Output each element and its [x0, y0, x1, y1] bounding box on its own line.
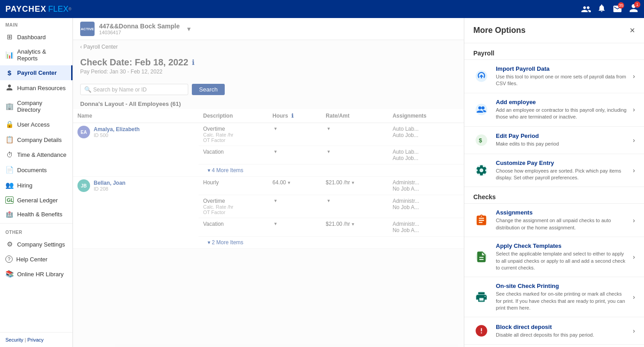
employee-dropdown-arrow[interactable]: ▼: [186, 26, 192, 32]
customize-pay-entry-item[interactable]: Customize Pay Entry Choose how employees…: [464, 154, 644, 187]
sidebar-divider: [0, 223, 73, 224]
emp2-row3-assign: Administr... No Job A...: [388, 218, 464, 237]
privacy-link[interactable]: Privacy: [27, 337, 44, 342]
emp1-row1-rate: ▾: [321, 123, 388, 146]
import-payroll-chevron: ›: [633, 73, 635, 80]
apply-check-templates-item[interactable]: Apply Check Templates Select the applica…: [464, 237, 644, 277]
security-link[interactable]: Security: [5, 337, 23, 342]
emp1-row1-assign: Auto Lab... Auto Job...: [388, 123, 464, 146]
emp2-row1-desc: Hourly: [199, 177, 268, 195]
emp2-row1-rate: $21.00 /hr ▾: [321, 177, 388, 195]
emp1-name-link[interactable]: Amalya, Elizabeth: [94, 126, 140, 132]
hours-dropdown[interactable]: ▾: [274, 221, 277, 227]
sidebar-item-company-dir[interactable]: 🏢 Company Directory: [0, 96, 73, 117]
logo-flex: FLEX: [48, 5, 68, 14]
company-dir-icon: 🏢: [5, 102, 14, 110]
assignments-title: Assignments: [496, 209, 626, 216]
main-content: ACTIVE 447&&Donna Bock Sample 14036417 ▼…: [73, 18, 464, 347]
sidebar-item-hr[interactable]: Human Resources: [0, 80, 73, 96]
svg-point-1: [476, 104, 487, 115]
assignments-desc: Change the assignment on all unpaid chec…: [496, 217, 626, 231]
sidebar-item-payroll[interactable]: $ Payroll Center: [0, 65, 73, 80]
info-icon[interactable]: ℹ: [192, 58, 195, 67]
assignments-icon: [473, 212, 490, 228]
health-icon: 🏥: [5, 211, 14, 218]
emp2-name-link[interactable]: Bellan, Joan: [94, 180, 126, 186]
sidebar-item-hiring[interactable]: 👥 Hiring: [0, 178, 73, 193]
employees-table: Name Description Hours ℹ Rate/Amt Assign…: [73, 109, 464, 249]
emp2-row2-desc: Overtime Calc. Rate /hr OT Factor: [199, 195, 268, 218]
sidebar-item-analytics[interactable]: 📊 Analytics & Reports: [0, 45, 73, 65]
emp1-more-items[interactable]: ▾ 4 More Items: [199, 164, 464, 177]
rate-dropdown[interactable]: ▾: [352, 180, 354, 186]
layout-label: Donna's Layout - All Employees (61): [80, 100, 181, 107]
add-employee-item[interactable]: Add employee Add an employee or contract…: [464, 93, 644, 127]
pay-period-label: Pay Period: Jan 30 - Feb 12, 2022: [80, 68, 457, 75]
breadcrumb[interactable]: ‹ Payroll Center: [73, 40, 464, 54]
hours-dropdown[interactable]: ▾: [274, 126, 277, 132]
svg-text:$: $: [479, 137, 482, 143]
edit-pay-period-icon: $: [473, 132, 490, 148]
edit-pay-period-item[interactable]: $ Edit Pay Period Make edits to this pay…: [464, 127, 644, 154]
people-icon[interactable]: [581, 4, 591, 14]
onsite-check-printing-item[interactable]: On-site Check Printing See checks marked…: [464, 277, 644, 317]
employee-avatar: ACTIVE: [80, 22, 95, 36]
sidebar-item-dashboard[interactable]: ⊞ Dashboard: [0, 29, 73, 45]
table-header-row: Donna's Layout - All Employees (61): [73, 99, 464, 109]
emp2-more-items[interactable]: ▾ 2 More Items: [199, 237, 464, 249]
sidebar-item-time[interactable]: ⏱ Time & Attendance: [0, 147, 73, 162]
search-button[interactable]: Search: [192, 84, 225, 95]
emp2-row3-desc: Vacation: [199, 218, 268, 237]
emp2-row1-assign: Administr... No Job A...: [388, 177, 464, 195]
col-assignments: Assignments: [388, 109, 464, 123]
delete-checks-item[interactable]: Delete checks and imported pay data Choo…: [464, 345, 644, 347]
assignments-item[interactable]: Assignments Change the assignment on all…: [464, 204, 644, 237]
block-direct-deposit-item[interactable]: Block direct deposit Disable all direct …: [464, 317, 644, 345]
rate-dropdown[interactable]: ▾: [327, 198, 330, 204]
notification-icon[interactable]: [597, 4, 606, 15]
panel-section-checks: Checks: [464, 187, 644, 204]
hours-dropdown[interactable]: ▾: [274, 198, 277, 204]
gl-icon: GL: [5, 196, 14, 204]
sidebar-item-help[interactable]: ? Help Center: [0, 252, 73, 266]
sidebar-item-label: Analytics & Reports: [17, 48, 67, 62]
sidebar-item-user-access[interactable]: 🔒 User Access: [0, 117, 73, 132]
user-avatar-icon[interactable]: 1: [629, 3, 639, 15]
employee-header: ACTIVE 447&&Donna Bock Sample 14036417 ▼: [73, 18, 464, 40]
assignments-chevron: ›: [633, 217, 635, 224]
customize-pay-desc: Choose how employees are sorted. Pick wh…: [496, 168, 626, 182]
sidebar-item-online-hr[interactable]: 📚 Online HR Library: [0, 266, 73, 282]
sidebar-item-company-details[interactable]: 📋 Company Details: [0, 132, 73, 147]
search-input[interactable]: [93, 87, 184, 93]
mail-icon[interactable]: 35: [612, 4, 622, 14]
col-rate: Rate/Amt: [321, 109, 388, 123]
onsite-check-content: On-site Check Printing See checks marked…: [496, 283, 626, 311]
hours-info-icon[interactable]: ℹ: [291, 113, 294, 119]
table-header: Name Description Hours ℹ Rate/Amt Assign…: [73, 109, 464, 123]
sidebar: MAIN ⊞ Dashboard 📊 Analytics & Reports $…: [0, 18, 73, 347]
customize-pay-content: Customize Pay Entry Choose how employees…: [496, 160, 626, 182]
sidebar-item-gl[interactable]: GL General Ledger: [0, 193, 73, 207]
rate-dropdown[interactable]: ▾: [352, 221, 354, 227]
import-payroll-item[interactable]: Import Payroll Data Use this tool to imp…: [464, 60, 644, 93]
sidebar-item-label: Hiring: [17, 182, 32, 189]
hours-dropdown[interactable]: ▾: [274, 149, 277, 155]
rate-dropdown[interactable]: ▾: [327, 126, 330, 132]
sidebar-item-health[interactable]: 🏥 Health & Benefits: [0, 207, 73, 221]
sidebar-item-company-settings[interactable]: ⚙ Company Settings: [0, 237, 73, 252]
table-row: EA Amalya, Elizabeth ID 500 Overtime Cal…: [73, 123, 464, 146]
rate-dropdown[interactable]: ▾: [327, 149, 330, 155]
sidebar-item-label: Dashboard: [17, 34, 46, 41]
emp2-row2-hours: ▾: [268, 195, 321, 218]
sidebar-item-documents[interactable]: 📄 Documents: [0, 162, 73, 178]
hours-dropdown[interactable]: ▾: [288, 180, 290, 186]
panel-close-button[interactable]: ×: [630, 25, 635, 36]
sidebar-item-label: Human Resources: [17, 85, 66, 91]
emp1-id: ID 500: [94, 132, 140, 138]
apply-check-icon: [473, 249, 490, 265]
block-direct-deposit-title: Block direct deposit: [496, 324, 626, 330]
emp1-row1-hours: ▾: [268, 123, 321, 146]
sidebar-item-label: Online HR Library: [17, 271, 63, 278]
onsite-check-chevron: ›: [633, 293, 635, 301]
check-date-title: Check Date: Feb 18, 2022: [80, 57, 188, 68]
